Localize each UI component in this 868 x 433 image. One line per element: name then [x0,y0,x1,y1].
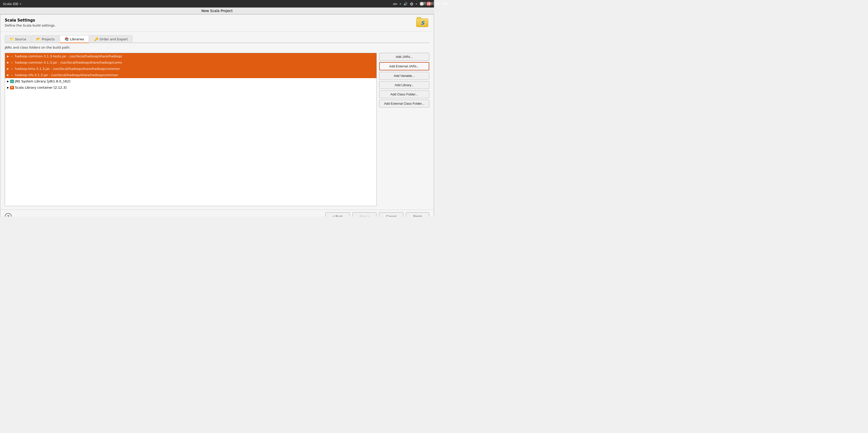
item-text-5: JRE System Library [jdk1.8.0_162] [15,79,70,83]
tab-source-label: Source [15,37,26,41]
help-button[interactable]: ? [5,213,12,217]
projects-tab-icon: 📂 [36,37,40,41]
add-class-folder-button[interactable]: Add Class Folder... [379,90,429,98]
order-export-tab-icon: 🔑 [94,37,98,41]
scala-folder-icon: S [416,17,429,29]
item-text-2: hadoop-common-3.1.3.jar - /usr/local/had… [15,61,122,64]
expand-arrow-2: ▶ [7,61,9,64]
footer-left: ? [5,213,12,217]
content-area: ▶ ☕ hadoop-common-3.1.3-tests.jar - /usr… [5,53,429,206]
tab-libraries[interactable]: 📚 Libraries [60,35,89,43]
back-button[interactable]: < Back [326,212,350,216]
item-text-4: hadoop-nfs-3.1.3.jar - /usr/local/hadoop… [15,73,118,77]
tab-bar: 📁 Source 📂 Projects 📚 Libraries 🔑 Order … [5,35,429,43]
power-icon: ⏻ [410,2,413,6]
add-library-button[interactable]: Add Library... [379,81,429,89]
dialog-footer: ? < Back Next > Cancel Finish [0,210,434,216]
item-text-6: Scala Library container [2.12.3] [15,86,67,89]
list-item[interactable]: ▶ ☕ hadoop-common-3.1.3-tests.jar - /usr… [5,53,376,59]
expand-arrow-3: ▶ [7,67,9,70]
finish-button[interactable]: Finish [406,212,429,216]
jar-icon-1: ☕ [10,55,14,58]
jar-icon-4: ☕ [10,74,14,77]
list-item[interactable]: ▶ ☕ hadoop-kms-3.1.3.jar - /usr/local/ha… [5,66,376,72]
volume-icon: 🔊 [403,2,407,6]
titlebar: Scala IDE ▾ 4月18日 14：44 en ▾ 🔊 ⏻ ▾ ⬜ ✕ [0,0,434,7]
jre-icon-5: ☕ [10,80,14,83]
tab-order-export-label: Order and Export [100,37,128,41]
scala-icon-6: S [10,86,14,89]
tab-libraries-label: Libraries [70,37,84,41]
add-external-class-folder-button[interactable]: Add External Class Folder... [379,100,429,108]
action-buttons-panel: Add JARs... Add External JARs... Add Var… [379,53,429,206]
list-item[interactable]: ▶ ☕ JRE System Library [jdk1.8.0_162] [5,78,376,84]
dialog-body: 📁 Source 📂 Projects 📚 Libraries 🔑 Order … [0,32,434,210]
tab-source[interactable]: 📁 Source [5,35,31,42]
add-external-jars-button[interactable]: Add External JARs... [379,62,429,70]
system-chevron[interactable]: ▾ [416,2,417,5]
next-button[interactable]: Next > [352,212,376,216]
cancel-button[interactable]: Cancel [379,212,403,216]
dialog-heading: Scala Settings [5,18,56,23]
dialog-titlebar: New Scala Project [0,7,434,14]
lang-chevron[interactable]: ▾ [400,2,401,5]
build-path-description: JARs and class folders on the build path… [5,46,429,49]
tab-projects-label: Projects [42,37,55,41]
tab-order-export[interactable]: 🔑 Order and Export [89,35,132,42]
language-indicator: en [393,2,397,6]
app-name: Scala IDE [3,2,18,6]
library-list[interactable]: ▶ ☕ hadoop-common-3.1.3-tests.jar - /usr… [5,53,377,206]
expand-arrow-5: ▶ [7,80,9,83]
jar-icon-3: ☕ [10,67,14,70]
titlebar-datetime: 4月18日 14：44 [421,1,434,6]
item-text-1: hadoop-common-3.1.3-tests.jar - /usr/loc… [15,54,122,58]
source-tab-icon: 📁 [9,37,14,41]
add-jars-button[interactable]: Add JARs... [379,53,429,61]
expand-arrow-6: ▶ [7,86,9,89]
dialog-header: Scala Settings Define the Scala build se… [0,15,434,32]
list-item[interactable]: ▶ S Scala Library container [2.12.3] [5,84,376,91]
dialog-header-text: Scala Settings Define the Scala build se… [5,18,56,27]
dialog: Scala Settings Define the Scala build se… [0,14,434,216]
add-variable-button[interactable]: Add Variable... [379,72,429,80]
titlebar-left: Scala IDE ▾ [3,2,21,6]
item-text-3: hadoop-kms-3.1.3.jar - /usr/local/hadoop… [15,67,120,70]
libraries-tab-icon: 📚 [65,37,69,41]
jar-icon-2: ☕ [10,61,14,64]
dialog-subtitle: Define the Scala build settings. [5,24,56,27]
expand-arrow-4: ▶ [7,74,9,77]
list-item[interactable]: ▶ ☕ hadoop-common-3.1.3.jar - /usr/local… [5,59,376,66]
dialog-title: New Scala Project [202,9,233,13]
footer-buttons: < Back Next > Cancel Finish [326,212,429,216]
tab-projects[interactable]: 📂 Projects [32,35,59,42]
list-item[interactable]: ▶ ☕ hadoop-nfs-3.1.3.jar - /usr/local/ha… [5,72,376,78]
expand-arrow-1: ▶ [7,55,9,58]
app-menu-chevron[interactable]: ▾ [20,2,21,5]
